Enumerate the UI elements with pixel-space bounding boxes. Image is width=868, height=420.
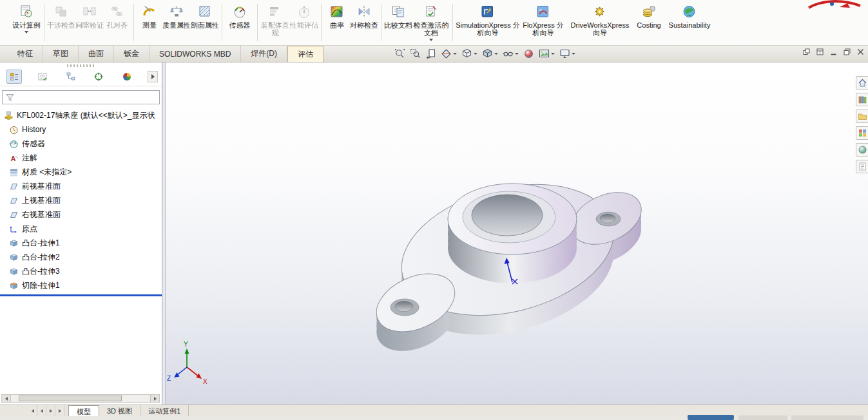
tab-label: 草图 xyxy=(53,48,68,59)
panel-horizontal-scrollbar[interactable] xyxy=(1,394,160,403)
cmd-compare-documents[interactable]: 比较文档 xyxy=(384,2,412,43)
cmd-hole-alignment: 孔对齐 xyxy=(104,2,131,43)
cmd-simulationxpress[interactable]: SimulationXpress 分析向导 xyxy=(456,2,520,43)
tab-scroll-last-button[interactable] xyxy=(55,405,64,416)
tab-motion-study-1[interactable]: 运动算例1 xyxy=(140,405,189,416)
view-orientation-icon[interactable] xyxy=(461,48,477,59)
chevron-down-icon[interactable] xyxy=(453,53,457,55)
tab-scroll-left-button[interactable] xyxy=(37,405,46,416)
cmd-check-active-document[interactable]: 检查激活的文档 xyxy=(412,2,450,43)
panel-flyout-button[interactable] xyxy=(148,71,158,82)
hide-show-items-icon[interactable] xyxy=(503,48,519,59)
status-bar xyxy=(0,416,868,420)
compare-documents-icon xyxy=(391,3,406,20)
tab-features[interactable]: 特征 xyxy=(8,46,43,62)
scroll-right-button[interactable] xyxy=(150,395,159,402)
cmd-floxpress[interactable]: FloXpress 分析向导 xyxy=(520,2,566,43)
tab-sheet-metal[interactable]: 钣金 xyxy=(114,46,149,62)
tree-item-top-plane[interactable]: 上视基准面 xyxy=(0,193,162,207)
panel-drag-handle[interactable] xyxy=(67,64,95,67)
apply-scene-icon[interactable] xyxy=(539,48,555,59)
tree-item-front-plane[interactable]: 前视基准面 xyxy=(0,179,162,193)
cmd-section-properties[interactable]: 剖面属性 xyxy=(191,2,219,43)
simulationxpress-icon xyxy=(480,3,496,20)
tree-root-item[interactable]: KFL002-17轴承座 (默认<<默认>_显示状 xyxy=(0,108,162,122)
view-palette-icon[interactable] xyxy=(856,126,868,140)
window-cascade-icon[interactable] xyxy=(803,48,810,55)
tab-solidworks-mbd[interactable]: SOLIDWORKS MBD xyxy=(149,46,241,62)
restore-window-icon[interactable] xyxy=(844,48,851,55)
section-view-icon[interactable] xyxy=(441,48,457,59)
tree-filter-input[interactable] xyxy=(2,90,160,104)
property-manager-tab[interactable] xyxy=(35,70,50,84)
tab-scroll-first-button[interactable] xyxy=(28,405,37,416)
chevron-down-icon[interactable] xyxy=(572,53,575,55)
minimize-window-icon[interactable] xyxy=(830,48,837,55)
chevron-down-icon[interactable] xyxy=(494,53,498,55)
tab-label: 焊件(D) xyxy=(251,48,277,59)
tree-item-cut-extrude1[interactable]: 切除-拉伸1 xyxy=(0,278,162,292)
cmd-curvature[interactable]: 曲率 xyxy=(324,2,350,43)
graphics-viewport[interactable]: Y X Z xyxy=(162,62,868,405)
cmd-driveworksxpress[interactable]: DriveWorksXpress 向导 xyxy=(566,2,633,43)
feature-tree-tab[interactable] xyxy=(6,70,22,84)
tab-weldments[interactable]: 焊件(D) xyxy=(241,46,287,62)
cmd-sustainability[interactable]: Sustainability xyxy=(664,2,715,43)
tree-item-boss-extrude1[interactable]: 凸台-拉伸1 xyxy=(0,236,162,250)
orientation-triad: Y X Z xyxy=(167,341,207,385)
panel-splitter[interactable] xyxy=(162,62,166,405)
tree-item-sensors[interactable]: 传感器 xyxy=(0,137,162,151)
chevron-down-icon[interactable] xyxy=(551,53,555,55)
display-manager-tab[interactable] xyxy=(119,70,135,84)
tab-sketch[interactable]: 草图 xyxy=(43,46,79,62)
model-bearing-housing[interactable] xyxy=(367,164,649,362)
tree-item-material[interactable]: 材质 <未指定> xyxy=(0,165,162,179)
tab-surfaces[interactable]: 曲面 xyxy=(79,46,114,62)
chevron-down-icon[interactable] xyxy=(515,53,519,55)
curvature-icon xyxy=(329,3,345,20)
design-library-icon[interactable] xyxy=(856,93,868,106)
cmd-sensor[interactable]: 传感器 xyxy=(225,2,255,43)
tree-item-boss-extrude3[interactable]: 凸台-拉伸3 xyxy=(0,264,162,278)
toolbar-separator xyxy=(133,4,134,41)
boss-extrude-icon xyxy=(9,253,19,262)
close-window-icon[interactable] xyxy=(857,48,864,55)
zoom-fit-icon[interactable] xyxy=(394,48,405,59)
cmd-label: SimulationXpress 分析向导 xyxy=(456,21,520,37)
rollback-bar[interactable] xyxy=(0,294,162,296)
window-tile-icon[interactable] xyxy=(816,48,824,55)
measure-icon xyxy=(142,3,157,20)
cmd-costing[interactable]: Costing xyxy=(633,2,664,43)
tree-item-annotations[interactable]: A 注解 xyxy=(0,151,162,165)
document-window-controls xyxy=(803,48,864,55)
tab-model[interactable]: 模型 xyxy=(68,405,99,416)
cmd-mass-properties[interactable]: 质量属性 xyxy=(162,2,191,43)
dimxpert-tab[interactable] xyxy=(91,70,106,84)
tree-item-origin[interactable]: 原点 xyxy=(0,222,162,236)
tree-item-history[interactable]: History xyxy=(0,122,162,137)
home-icon[interactable] xyxy=(856,76,868,90)
chevron-down-icon[interactable] xyxy=(474,53,477,55)
tab-3d-views[interactable]: 3D 视图 xyxy=(99,405,140,416)
view-settings-icon[interactable] xyxy=(559,48,575,59)
scrollbar-thumb[interactable] xyxy=(19,396,122,401)
cmd-symmetry-check[interactable]: 对称检查 xyxy=(350,2,378,43)
edit-appearance-icon[interactable] xyxy=(523,48,534,59)
custom-properties-icon[interactable] xyxy=(856,160,868,173)
tree-item-boss-extrude2[interactable]: 凸台-拉伸2 xyxy=(0,250,162,264)
model-scene[interactable]: Y X Z xyxy=(162,62,868,405)
cmd-design-study[interactable]: 设计算例 xyxy=(12,2,41,43)
scroll-left-button[interactable] xyxy=(2,395,11,402)
display-style-icon[interactable] xyxy=(482,48,498,59)
appearances-icon[interactable] xyxy=(856,143,868,157)
tab-scroll-right-button[interactable] xyxy=(46,405,55,416)
configuration-manager-tab[interactable] xyxy=(63,70,79,84)
tab-evaluate[interactable]: 评估 xyxy=(287,46,323,62)
zoom-area-icon[interactable] xyxy=(410,48,421,59)
file-explorer-icon[interactable] xyxy=(856,110,868,123)
tree-item-right-plane[interactable]: 右视基准面 xyxy=(0,207,162,222)
plane-icon xyxy=(9,210,19,220)
configuration-manager-icon xyxy=(66,72,76,82)
cmd-measure[interactable]: 测量 xyxy=(137,2,162,43)
previous-view-icon[interactable] xyxy=(425,48,436,59)
